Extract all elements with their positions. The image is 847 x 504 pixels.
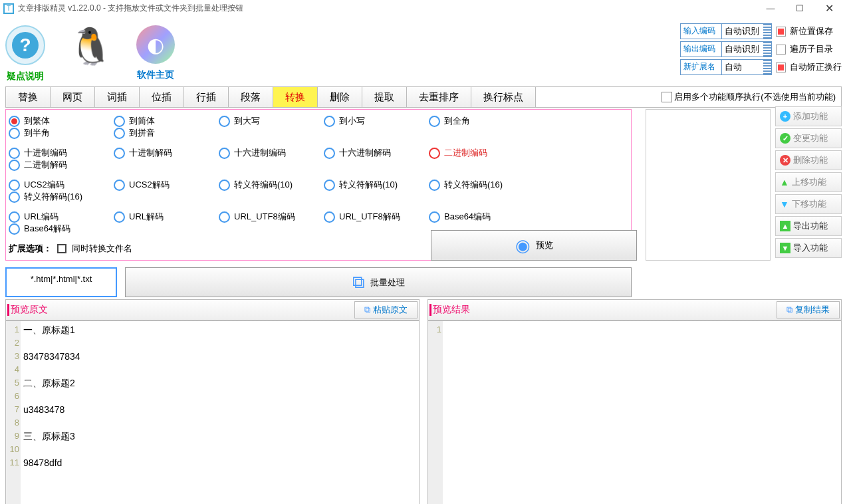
maximize-button[interactable]: ☐ [785, 0, 814, 17]
right-action-panel: +添加功能✓变更功能✕删除功能▲上移功能▼下移功能▲导出功能▼导入功能 [775, 106, 842, 258]
penguin-icon: 🐧 [68, 25, 113, 67]
radio-option[interactable]: URL解码 [114, 211, 219, 223]
tab-2[interactable]: 词插 [95, 87, 140, 107]
radio-icon [114, 128, 125, 139]
homepage-label: 软件主页 [137, 69, 174, 81]
auto-newline-checkbox[interactable] [776, 63, 786, 72]
subfolder-checkbox[interactable] [776, 45, 786, 55]
radio-icon [324, 180, 335, 191]
tab-7[interactable]: 删除 [318, 87, 362, 107]
file-filter-input[interactable]: *.htm|*.html|*.txt [5, 267, 117, 297]
radio-icon [429, 180, 440, 191]
feature-action-button[interactable]: ▲上移功能 [775, 172, 842, 192]
radio-option[interactable]: 到拼音 [114, 127, 219, 139]
multi-feature-checkbox[interactable] [662, 92, 672, 102]
copy-icon: ⧉ [786, 305, 792, 315]
editor-content[interactable]: 一、原标题1 83478347834 二、原标题2 u3483478 三、原标题… [21, 321, 419, 504]
action-icon: ▲ [780, 177, 789, 188]
window-controls: — ☐ ✕ [756, 0, 844, 17]
radio-option[interactable]: UCS2编码 [9, 179, 114, 191]
radio-option[interactable]: 转义符编码(10) [219, 179, 324, 191]
paste-source-button[interactable]: ⧉ 粘贴原文 [354, 301, 418, 318]
radio-icon [9, 128, 20, 139]
radio-option[interactable]: 十进制编码 [9, 147, 114, 159]
output-encoding-select[interactable]: 输出编码 自动识别 [680, 41, 772, 57]
radio-icon [114, 180, 125, 191]
radio-icon [324, 211, 335, 223]
radio-option[interactable]: 十六进制解码 [324, 147, 429, 159]
close-button[interactable]: ✕ [814, 0, 844, 17]
radio-icon [114, 211, 125, 223]
app-icon: T [3, 3, 14, 14]
radio-option[interactable]: URL编码 [9, 211, 114, 223]
source-editor[interactable]: 1234567891011 一、原标题1 83478347834 二、原标题2 … [5, 320, 420, 504]
gutter: 1 [428, 321, 443, 504]
qq-button[interactable]: 🐧 [68, 25, 113, 67]
feature-action-button[interactable]: +添加功能 [775, 106, 842, 126]
radio-option[interactable]: 十六进制编码 [219, 147, 324, 159]
preview-button[interactable]: ◉ 预览 [431, 230, 637, 261]
action-icon: ▲ [780, 221, 790, 231]
help-button[interactable]: ? 疑点说明 [5, 25, 45, 82]
radio-option[interactable]: 到大写 [219, 115, 324, 127]
homepage-button[interactable]: ◐ 软件主页 [136, 25, 175, 81]
radio-icon [429, 148, 440, 159]
radio-icon [114, 116, 125, 127]
tab-4[interactable]: 行插 [184, 87, 229, 107]
window-title: 文章排版精灵 v1.22.0.0 - 支持拖放文件或文件夹到批量处理按钮 [18, 3, 243, 14]
tabs-right: 启用多个功能顺序执行(不选使用当前功能) [656, 87, 841, 107]
radio-option[interactable]: Base64编码 [429, 211, 534, 223]
toolbar: ? 疑点说明 🐧 ◐ 软件主页 输入编码 自动识别 新位置保存 输出编码 自动识… [0, 17, 847, 86]
feature-action-button[interactable]: ✓变更功能 [775, 128, 842, 148]
paste-icon: ⧉ [364, 305, 370, 315]
radio-option[interactable]: 转义符编码(16) [429, 179, 534, 191]
radio-icon [219, 180, 230, 191]
tab-1[interactable]: 网页 [51, 87, 95, 107]
radio-option[interactable]: Base64解码 [9, 223, 114, 235]
radio-option[interactable]: 十进制解码 [114, 147, 219, 159]
radio-option[interactable]: UCS2解码 [114, 179, 219, 191]
action-icon: + [780, 111, 790, 122]
new-location-checkbox[interactable] [776, 27, 786, 37]
radio-icon [324, 148, 335, 159]
minimize-button[interactable]: — [756, 0, 785, 17]
radio-icon [429, 116, 440, 127]
radio-icon [324, 116, 335, 127]
feature-action-button[interactable]: ▼下移功能 [775, 194, 842, 214]
radio-option[interactable]: URL_UTF8编码 [219, 211, 324, 223]
tab-10[interactable]: 换行标点 [471, 87, 536, 107]
convert-filename-checkbox[interactable] [57, 244, 66, 253]
radio-icon [9, 148, 20, 159]
tab-5[interactable]: 段落 [229, 87, 273, 107]
action-icon: ▼ [780, 199, 789, 209]
radio-option[interactable]: 转义符解码(16) [9, 191, 114, 203]
radio-option[interactable]: 二进制解码 [9, 159, 114, 171]
radio-option[interactable]: 到全角 [429, 115, 534, 127]
radio-option[interactable]: 到半角 [9, 127, 114, 139]
tab-8[interactable]: 提取 [362, 87, 407, 107]
tab-9[interactable]: 去重排序 [407, 87, 471, 107]
radio-option[interactable]: 转义符解码(10) [324, 179, 429, 191]
radio-option[interactable]: URL_UTF8解码 [324, 211, 429, 223]
radio-option[interactable]: 到繁体 [9, 115, 114, 127]
radio-icon [9, 116, 20, 127]
radio-option[interactable]: 到小写 [324, 115, 429, 127]
feature-action-button[interactable]: ✕删除功能 [775, 150, 842, 170]
editor-content[interactable] [443, 321, 841, 504]
action-icon: ✓ [780, 133, 790, 144]
action-bar: *.htm|*.html|*.txt ⧉ 批量处理 [5, 267, 632, 297]
batch-process-button[interactable]: ⧉ 批量处理 [125, 267, 632, 297]
new-extension-select[interactable]: 新扩展名 自动 [680, 59, 772, 75]
source-header: 预览原文 ⧉ 粘贴原文 [5, 299, 420, 320]
input-encoding-select[interactable]: 输入编码 自动识别 [680, 23, 772, 39]
result-editor[interactable]: 1 [427, 320, 842, 504]
tab-6[interactable]: 转换 [273, 87, 318, 107]
feature-action-button[interactable]: ▼导入功能 [775, 238, 842, 258]
tab-3[interactable]: 位插 [140, 87, 184, 107]
copy-result-button[interactable]: ⧉ 复制结果 [777, 301, 840, 318]
feature-action-button[interactable]: ▲导出功能 [775, 216, 842, 236]
radio-option[interactable]: 二进制编码 [429, 147, 534, 159]
tab-0[interactable]: 替换 [6, 87, 51, 107]
radio-option[interactable]: 到简体 [114, 115, 219, 127]
eye-icon: ◉ [515, 235, 531, 256]
